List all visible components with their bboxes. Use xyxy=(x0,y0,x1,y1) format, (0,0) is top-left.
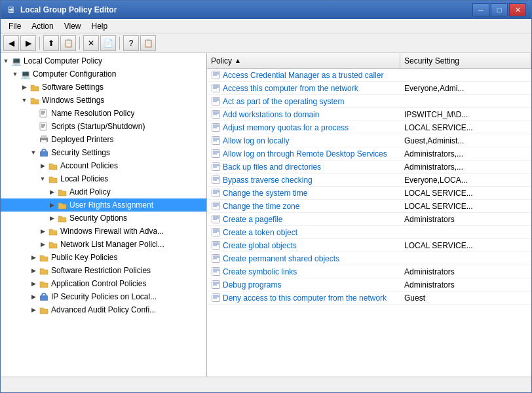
forward-button[interactable]: ▶ xyxy=(20,35,36,51)
policy-name-link[interactable]: Change the time zone xyxy=(223,202,299,211)
list-row[interactable]: Create a token object xyxy=(207,226,531,239)
expander-windows-firewall[interactable]: ▶ xyxy=(37,226,48,236)
expander-security-settings[interactable]: ▼ xyxy=(28,147,39,158)
policy-name-link[interactable]: Create a pagefile xyxy=(223,215,282,224)
expander-application-control[interactable]: ▶ xyxy=(28,278,39,289)
security-setting-cell: LOCAL SERVICE... xyxy=(400,241,531,250)
list-row[interactable]: Add workstations to domainIPSWITCH_M\D..… xyxy=(207,108,531,121)
expander-audit-policy[interactable]: ▶ xyxy=(47,187,57,197)
list-row[interactable]: Bypass traverse checkingEveryone,LOCA... xyxy=(207,174,531,187)
menu-help[interactable]: Help xyxy=(86,20,113,32)
delete-button[interactable]: ✕ xyxy=(83,35,99,51)
expander-ip-security[interactable]: ▶ xyxy=(28,291,39,302)
policy-cell: Act as part of the operating system xyxy=(207,97,400,106)
list-header: Policy ▲ Security Setting xyxy=(207,53,531,69)
policy-name-link[interactable]: Bypass traverse checking xyxy=(223,176,313,185)
tree-scroll[interactable]: ▼💻Local Computer Policy▼💻Computer Config… xyxy=(1,53,206,377)
policy-name-link[interactable]: Act as part of the operating system xyxy=(223,97,344,106)
view-button[interactable]: 📋 xyxy=(140,35,156,51)
tree-item-software-restriction[interactable]: ▶Software Restriction Policies xyxy=(1,264,206,277)
tree-item-application-control[interactable]: ▶Application Control Policies xyxy=(1,277,206,290)
tree-label-software-settings: Software Settings xyxy=(42,83,104,92)
list-row[interactable]: Allow log on locallyGuest,Administ... xyxy=(207,134,531,147)
menu-file[interactable]: File xyxy=(3,20,26,32)
expander-local-policies[interactable]: ▼ xyxy=(37,174,48,184)
policy-name-link[interactable]: Debug programs xyxy=(223,280,281,290)
expander-public-key-policies[interactable]: ▶ xyxy=(28,252,39,263)
help-button[interactable]: ? xyxy=(123,35,139,51)
policy-name-link[interactable]: Change the system time xyxy=(223,189,307,198)
svg-rect-10 xyxy=(41,140,47,143)
tree-item-name-resolution-policy[interactable]: Name Resolution Policy xyxy=(1,107,206,120)
list-scroll[interactable]: Access Credential Manager as a trusted c… xyxy=(207,69,531,377)
properties-button[interactable]: 📄 xyxy=(100,35,116,51)
policy-name-link[interactable]: Allow log on through Remote Desktop Serv… xyxy=(223,149,387,159)
tree-item-account-policies[interactable]: ▶Account Policies xyxy=(1,159,206,172)
expander-windows-settings[interactable]: ▼ xyxy=(19,95,29,105)
maximize-button[interactable]: □ xyxy=(491,3,508,16)
tree-item-user-rights-assignment[interactable]: ▶User Rights Assignment xyxy=(1,198,206,212)
menu-action[interactable]: Action xyxy=(26,20,58,32)
show-hide-button[interactable]: 📋 xyxy=(60,35,76,51)
up-button[interactable]: ⬆ xyxy=(43,35,59,51)
back-button[interactable]: ◀ xyxy=(3,35,19,51)
tree-item-windows-settings[interactable]: ▼Windows Settings xyxy=(1,94,206,107)
policy-name-link[interactable]: Access Credential Manager as a trusted c… xyxy=(223,71,383,80)
tree-item-scripts-startup[interactable]: Scripts (Startup/Shutdown) xyxy=(1,120,206,133)
tree-item-computer-configuration[interactable]: ▼💻Computer Configuration xyxy=(1,67,206,81)
policy-name-link[interactable]: Create global objects xyxy=(223,241,297,250)
list-row[interactable]: Change the system timeLOCAL SERVICE... xyxy=(207,187,531,200)
expander-security-options[interactable]: ▶ xyxy=(47,213,57,223)
minimize-button[interactable]: ─ xyxy=(472,3,489,16)
tree-item-advanced-audit[interactable]: ▶Advanced Audit Policy Confi... xyxy=(1,303,206,316)
list-row[interactable]: Change the time zoneLOCAL SERVICE... xyxy=(207,200,531,213)
list-row[interactable]: Create global objectsLOCAL SERVICE... xyxy=(207,239,531,252)
policy-name-link[interactable]: Deny access to this computer from the ne… xyxy=(223,293,387,303)
policy-name-link[interactable]: Adjust memory quotas for a process xyxy=(223,123,349,132)
list-row[interactable]: Create symbolic linksAdministrators xyxy=(207,265,531,278)
menu-view[interactable]: View xyxy=(59,20,86,32)
list-row[interactable]: Create a pagefileAdministrators xyxy=(207,213,531,226)
list-row[interactable]: Back up files and directoriesAdministrat… xyxy=(207,160,531,174)
policy-name-link[interactable]: Create a token object xyxy=(223,228,297,237)
expander-advanced-audit[interactable]: ▶ xyxy=(28,305,39,315)
expander-software-restriction[interactable]: ▶ xyxy=(28,265,39,276)
list-row[interactable]: Adjust memory quotas for a processLOCAL … xyxy=(207,121,531,134)
tree-item-security-settings[interactable]: ▼Security Settings xyxy=(1,146,206,159)
expander-software-settings[interactable]: ▶ xyxy=(19,82,29,92)
list-row[interactable]: Debug programsAdministrators xyxy=(207,278,531,291)
tree-item-local-policies[interactable]: ▼Local Policies xyxy=(1,172,206,185)
tree-icon-security-settings xyxy=(39,147,49,158)
close-button[interactable]: ✕ xyxy=(509,3,526,16)
expander-computer-configuration[interactable]: ▼ xyxy=(10,69,20,79)
list-row[interactable]: Deny access to this computer from the ne… xyxy=(207,291,531,305)
tree-item-ip-security[interactable]: ▶IP Security Policies on Local... xyxy=(1,290,206,303)
tree-item-network-list-manager[interactable]: ▶Network List Manager Polici... xyxy=(1,238,206,251)
tree-item-windows-firewall[interactable]: ▶Windows Firewall with Adva... xyxy=(1,225,206,238)
tree-item-local-computer-policy[interactable]: ▼💻Local Computer Policy xyxy=(1,54,206,67)
list-row[interactable]: Allow log on through Remote Desktop Serv… xyxy=(207,147,531,160)
expander-local-computer-policy[interactable]: ▼ xyxy=(1,56,11,66)
policy-name-link[interactable]: Access this computer from the network xyxy=(223,84,358,93)
tree-panel: ▼💻Local Computer Policy▼💻Computer Config… xyxy=(1,53,207,377)
policy-name-link[interactable]: Add workstations to domain xyxy=(223,110,319,119)
policy-name-link[interactable]: Back up files and directories xyxy=(223,162,321,172)
expander-user-rights-assignment[interactable]: ▶ xyxy=(47,200,57,210)
tree-item-security-options[interactable]: ▶Security Options xyxy=(1,212,206,225)
policy-name-link[interactable]: Create symbolic links xyxy=(223,267,297,276)
list-row[interactable]: Access this computer from the networkEve… xyxy=(207,82,531,95)
col-header-security[interactable]: Security Setting xyxy=(400,53,531,68)
tree-item-public-key-policies[interactable]: ▶Public Key Policies xyxy=(1,251,206,264)
policy-name-link[interactable]: Create permanent shared objects xyxy=(223,254,339,263)
list-row[interactable]: Access Credential Manager as a trusted c… xyxy=(207,69,531,82)
security-setting-cell: Administrators,... xyxy=(400,162,531,172)
tree-item-audit-policy[interactable]: ▶Audit Policy xyxy=(1,185,206,198)
tree-item-software-settings[interactable]: ▶Software Settings xyxy=(1,81,206,94)
tree-item-deployed-printers[interactable]: Deployed Printers xyxy=(1,133,206,146)
expander-network-list-manager[interactable]: ▶ xyxy=(37,239,48,250)
expander-account-policies[interactable]: ▶ xyxy=(37,160,48,171)
list-row[interactable]: Create permanent shared objects xyxy=(207,252,531,265)
col-header-policy[interactable]: Policy ▲ xyxy=(207,53,400,68)
list-row[interactable]: Act as part of the operating system xyxy=(207,95,531,108)
policy-name-link[interactable]: Allow log on locally xyxy=(223,136,289,145)
